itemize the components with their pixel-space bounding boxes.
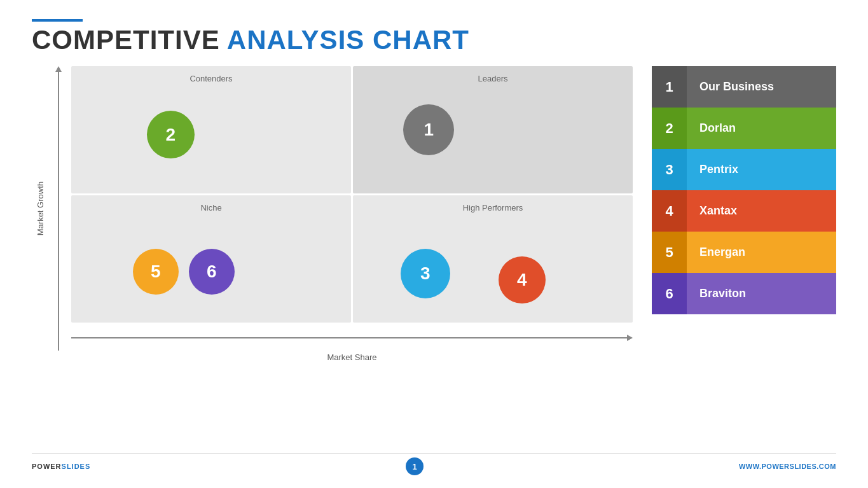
legend-item-1: 1 Our Business xyxy=(652,66,836,108)
footer-slides: SLIDES xyxy=(62,463,91,470)
bubble-1: 1 xyxy=(403,104,454,155)
legend-item-3: 3 Pentrix xyxy=(652,149,836,190)
quadrant-row-top: Contenders 2 Leaders xyxy=(71,66,633,193)
legend-name-1: Our Business xyxy=(687,66,836,108)
chart-inner: Contenders 2 Leaders xyxy=(71,66,633,351)
chart-with-axes: Market Growth Contenders xyxy=(32,66,633,351)
legend-name-6: Braviton xyxy=(687,273,836,314)
legend-number-3: 3 xyxy=(652,149,687,190)
footer: POWERSLIDES 1 WWW.POWERSLIDES.COM xyxy=(32,453,836,475)
legend-item-2: 2 Dorlan xyxy=(652,108,836,149)
bubble-2: 2 xyxy=(147,111,195,158)
quadrant-high-performers: High Performers 3 4 xyxy=(353,195,633,323)
main-content: Market Growth Contenders xyxy=(32,66,836,448)
legend-number-2: 2 xyxy=(652,108,687,149)
footer-page-badge: 1 xyxy=(406,457,424,475)
legend-item-6: 6 Braviton xyxy=(652,273,836,314)
x-axis-row: Market Share xyxy=(71,325,633,351)
y-axis-label: Market Growth xyxy=(33,181,45,235)
legend-item-4: 4 Xantax xyxy=(652,190,836,232)
accent-line xyxy=(32,19,83,22)
x-axis-label: Market Share xyxy=(327,352,376,362)
y-axis-label-container: Market Growth xyxy=(32,66,46,351)
legend-number-6: 6 xyxy=(652,273,687,314)
header: COMPETITIVE ANALYSIS CHART xyxy=(32,19,836,53)
y-axis-side xyxy=(46,66,71,351)
x-axis-arrow xyxy=(627,335,633,341)
page-title: COMPETITIVE ANALYSIS CHART xyxy=(32,27,836,53)
contenders-label: Contenders xyxy=(71,74,351,83)
bubble-6: 6 xyxy=(189,249,235,295)
legend-name-2: Dorlan xyxy=(687,108,836,149)
legend: 1 Our Business 2 Dorlan 3 xyxy=(652,66,836,314)
footer-center: 1 xyxy=(90,457,739,475)
legend-number-5: 5 xyxy=(652,232,687,273)
high-performers-label: High Performers xyxy=(353,203,633,213)
title-word1: COMPETITIVE xyxy=(32,25,227,55)
legend-item-5: 5 Energan xyxy=(652,232,836,273)
legend-number-1: 1 xyxy=(652,66,687,108)
quadrant-niche: Niche 5 6 xyxy=(71,195,351,323)
footer-brand: POWERSLIDES xyxy=(32,463,90,470)
niche-label: Niche xyxy=(71,203,351,213)
quadrants-area: Contenders 2 Leaders xyxy=(71,66,633,323)
legend-name-4: Xantax xyxy=(687,190,836,232)
x-axis-line xyxy=(71,337,627,338)
legend-name-3: Pentrix xyxy=(687,149,836,190)
legend-name-5: Energan xyxy=(687,232,836,273)
quadrant-leaders: Leaders 1 xyxy=(353,66,633,193)
page-container: COMPETITIVE ANALYSIS CHART Market Growth xyxy=(0,0,868,488)
quadrant-contenders: Contenders 2 xyxy=(71,66,351,193)
bubble-3: 3 xyxy=(401,249,450,298)
legend-number-4: 4 xyxy=(652,190,687,232)
chart-area: Market Growth Contenders xyxy=(32,66,633,351)
y-axis-arrow xyxy=(55,66,62,72)
bubble-4: 4 xyxy=(499,256,546,303)
footer-power: POWER xyxy=(32,463,62,470)
bubble-5: 5 xyxy=(133,249,179,295)
footer-url: WWW.POWERSLIDES.COM xyxy=(739,463,836,470)
leaders-label: Leaders xyxy=(353,74,633,83)
y-axis-line xyxy=(58,72,59,351)
quadrant-row-bottom: Niche 5 6 xyxy=(71,195,633,323)
title-word2: ANALYSIS CHART xyxy=(227,25,469,55)
